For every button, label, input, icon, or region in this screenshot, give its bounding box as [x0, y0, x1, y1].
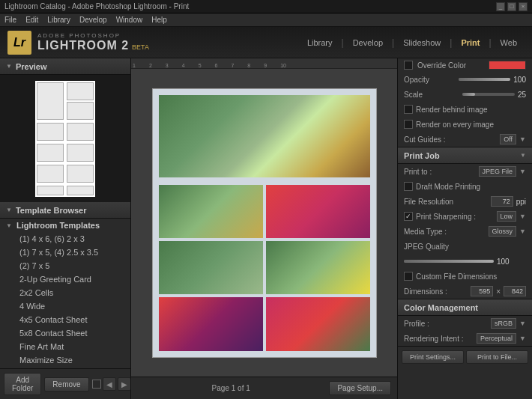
preview-cell [67, 123, 94, 141]
template-item-8[interactable]: Fine Art Mat [0, 340, 130, 353]
tab-web[interactable]: Web [493, 35, 525, 50]
print-to-row: Print to : JPEG File ▼ [398, 164, 532, 179]
opacity-slider[interactable] [459, 78, 510, 81]
preview-cell [67, 82, 94, 100]
tab-slideshow[interactable]: Slideshow [396, 35, 448, 50]
render-every-label: Render on every image [416, 121, 526, 129]
window-title: Lightroom Catalog - Adobe Photoshop Ligh… [4, 2, 189, 10]
print-job-header[interactable]: Print Job ▼ [398, 147, 532, 164]
nav-back-button[interactable]: ◀ [103, 377, 116, 391]
menu-library[interactable]: Library [47, 16, 70, 24]
template-item-5[interactable]: 4 Wide [0, 299, 130, 313]
preview-box [0, 75, 130, 202]
menu-edit[interactable]: Edit [25, 16, 38, 24]
rendering-intent-label: Rendering Intent : [404, 335, 474, 343]
print-job-section: Print Job ▼ Print to : JPEG File ▼ Draft… [398, 147, 532, 299]
color-management-section: Color Management Profile : sRGB ▼ Render… [398, 299, 532, 347]
opacity-value: 100 [513, 76, 526, 84]
select-checkbox[interactable] [92, 380, 101, 389]
profile-select[interactable]: sRGB [491, 318, 516, 329]
logo-area: Lr ADOBE PHOTOSHOP LIGHTROOM 2 BETA [7, 31, 149, 55]
color-swatch[interactable] [489, 61, 526, 70]
template-item-1[interactable]: (1) 7 x 5, (4) 2.5 x 3.5 [0, 246, 130, 259]
opacity-label: Opacity [404, 76, 456, 84]
preview-header[interactable]: ▼ Preview [0, 58, 130, 75]
draft-mode-checkbox[interactable] [404, 182, 413, 191]
custom-dims-label: Custom File Dimensions [416, 272, 526, 281]
left-panel: ▼ Preview [0, 58, 131, 399]
template-label-1: (1) 7 x 5, (4) 2.5 x 3.5 [19, 248, 98, 257]
cut-guides-select[interactable]: Off [500, 134, 516, 144]
preview-cell [67, 186, 94, 195]
jpeg-quality-label: JPEG Quality [404, 243, 526, 251]
close-button[interactable]: × [519, 2, 528, 11]
color-management-header[interactable]: Color Management [398, 299, 532, 316]
template-item-4[interactable]: 2x2 Cells [0, 286, 130, 299]
template-label-6: 4x5 Contact Sheet [19, 315, 88, 324]
profile-row: Profile : sRGB ▼ [398, 316, 532, 331]
dim-width-input[interactable] [471, 286, 493, 296]
scale-slider[interactable] [462, 93, 515, 96]
render-every-checkbox[interactable] [404, 120, 413, 129]
media-type-select[interactable]: Glossy [489, 226, 517, 237]
print-to-select[interactable]: JPEG File [479, 166, 517, 177]
preview-cell [67, 144, 94, 162]
maximize-button[interactable]: □ [507, 2, 516, 11]
custom-dims-checkbox[interactable] [404, 272, 413, 281]
tab-develop[interactable]: Develop [345, 35, 390, 50]
photo-cell-5 [159, 297, 263, 350]
template-item-7[interactable]: 5x8 Contact Sheet [0, 326, 130, 340]
canvas-top-photo [159, 95, 370, 177]
page-setup-button[interactable]: Page Setup... [329, 381, 391, 395]
menu-develop[interactable]: Develop [79, 16, 107, 24]
preview-cell [37, 144, 64, 162]
preview-label: Preview [16, 62, 47, 71]
menu-file[interactable]: File [4, 16, 16, 24]
file-res-input[interactable] [491, 196, 513, 207]
template-browser-section: ▼ Template Browser ▼ Lightroom Templates… [0, 202, 130, 368]
render-behind-checkbox[interactable] [404, 105, 413, 114]
tree-group-lightroom[interactable]: ▼ Lightroom Templates [0, 219, 130, 232]
jpeg-quality-value: 100 [497, 258, 510, 266]
scale-label: Scale [404, 91, 459, 99]
print-settings-button[interactable]: Print Settings... [402, 350, 464, 364]
preview-arrow: ▼ [6, 63, 12, 70]
template-item-0[interactable]: (1) 4 x 6, (6) 2 x 3 [0, 232, 130, 246]
template-item-6[interactable]: 4x5 Contact Sheet [0, 313, 130, 326]
template-label-3: 2-Up Greeting Card [19, 275, 91, 284]
sharpening-select[interactable]: Low [497, 211, 517, 222]
print-to-file-button[interactable]: Print to File... [466, 350, 528, 364]
nav-forward-button[interactable]: ▶ [118, 377, 131, 391]
template-item-3[interactable]: 2-Up Greeting Card [0, 272, 130, 286]
tab-print[interactable]: Print [453, 35, 487, 50]
page-canvas [152, 88, 377, 358]
preview-cell [67, 102, 94, 120]
print-to-label: Print to : [404, 168, 476, 176]
preview-cell [37, 123, 64, 141]
menu-window[interactable]: Window [116, 16, 143, 24]
minimize-button[interactable]: _ [496, 2, 505, 11]
remove-button[interactable]: Remove [44, 377, 88, 392]
override-color-checkbox[interactable] [404, 61, 413, 70]
template-label-5: 4 Wide [19, 302, 45, 311]
title-bar-controls[interactable]: _ □ × [496, 2, 528, 11]
file-res-label: File Resolution [404, 198, 488, 206]
lightroom-label: LIGHTROOM 2 [37, 39, 129, 52]
rendering-intent-select[interactable]: Perceptual [477, 333, 516, 344]
print-job-label: Print Job [404, 151, 440, 160]
preview-cell [37, 82, 64, 120]
beta-label: BETA [132, 43, 149, 51]
dim-height-input[interactable] [504, 286, 526, 296]
menu-help[interactable]: Help [151, 16, 167, 24]
jpeg-quality-slider[interactable] [404, 260, 494, 263]
template-label-0: (1) 4 x 6, (6) 2 x 3 [19, 234, 85, 243]
center-bottom: Page 1 of 1 Page Setup... [131, 377, 397, 399]
template-item-2[interactable]: (2) 7 x 5 [0, 259, 130, 272]
sharpening-checkbox[interactable]: ✓ [404, 212, 413, 221]
tab-library[interactable]: Library [300, 35, 340, 50]
template-item-9[interactable]: Maximize Size [0, 353, 130, 367]
opacity-row: Opacity 100 [398, 72, 532, 87]
add-folder-button[interactable]: Add Folder [4, 373, 41, 395]
template-browser-header[interactable]: ▼ Template Browser [0, 202, 130, 219]
profile-label: Profile : [404, 320, 488, 328]
